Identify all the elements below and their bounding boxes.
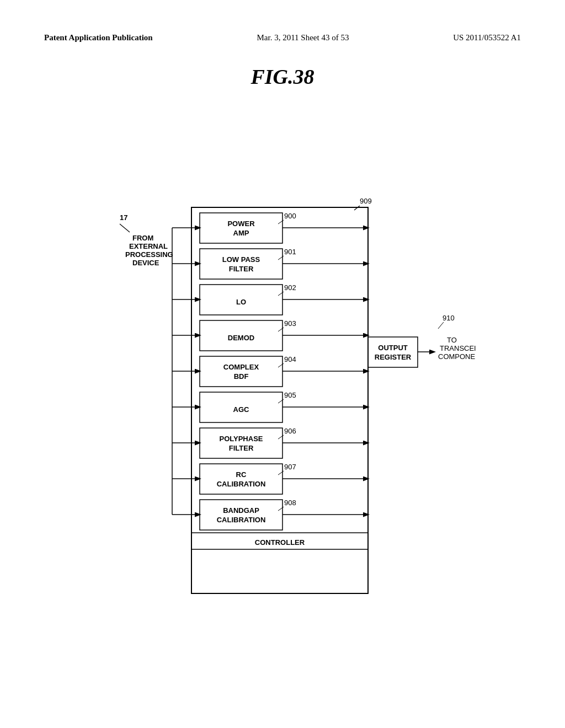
diagram-area: 17 FROM EXTERNAL PROCESSING DEVICE 909 P… (44, 122, 521, 618)
controller-label: CONTROLLER (255, 538, 305, 547)
ref-900: 900 (284, 212, 296, 220)
ref-903: 903 (284, 319, 296, 328)
figure-title: FIG.38 (44, 65, 521, 89)
source-ref: 17 (120, 213, 127, 222)
source-processing: PROCESSING (125, 250, 173, 259)
block-903-label1: DEMOD (228, 334, 254, 342)
header-left: Patent Application Publication (44, 33, 153, 42)
block-906 (200, 428, 282, 458)
block-900-label2: AMP (233, 229, 249, 237)
block-900-label1: POWER (227, 220, 255, 228)
diagram-svg: 17 FROM EXTERNAL PROCESSING DEVICE 909 P… (89, 122, 476, 607)
source-from: FROM (132, 234, 153, 242)
block-901 (200, 249, 282, 279)
header: Patent Application Publication Mar. 3, 2… (44, 33, 521, 42)
svg-line-11 (438, 322, 444, 329)
block-904 (200, 356, 282, 387)
ref-906: 906 (284, 427, 296, 435)
source-device: DEVICE (132, 259, 159, 267)
transceiver-label-to: TO (447, 336, 457, 344)
header-right: US 2011/053522 A1 (453, 33, 521, 42)
block-904-label2: BDF (234, 372, 249, 381)
transceiver-label-components: COMPONENTS (438, 352, 476, 361)
block-900 (200, 213, 282, 243)
block-908-label1: BANDGAP (223, 506, 259, 515)
block-908 (200, 500, 282, 530)
outer-box-ref: 909 (360, 197, 372, 205)
block-906-label2: FILTER (229, 444, 254, 452)
ref-907: 907 (284, 463, 296, 471)
svg-line-0 (120, 224, 130, 232)
block-907 (200, 464, 282, 494)
block-902-label1: LO (236, 298, 246, 306)
block-906-label1: POLYPHASE (220, 435, 263, 443)
page: Patent Application Publication Mar. 3, 2… (0, 0, 565, 728)
output-register-label2: REGISTER (375, 353, 412, 361)
output-register-box (368, 337, 418, 367)
output-register-label1: OUTPUT (378, 344, 408, 352)
block-908-label2: CALIBRATION (217, 516, 266, 524)
block-904-label1: COMPLEX (223, 363, 259, 371)
block-907-label2: CALIBRATION (217, 480, 266, 488)
block-907-label1: RC (236, 470, 247, 479)
ref-910: 910 (443, 314, 455, 322)
ref-901: 901 (284, 248, 296, 256)
ref-908: 908 (284, 499, 296, 507)
ref-904: 904 (284, 355, 296, 363)
block-901-label2: FILTER (229, 265, 254, 273)
source-external: EXTERNAL (129, 242, 168, 250)
outer-box (191, 207, 368, 593)
ref-902: 902 (284, 283, 296, 292)
transceiver-label-line: TRANSCEIVER (440, 344, 476, 352)
ref-905: 905 (284, 391, 296, 399)
block-905-label1: AGC (233, 405, 250, 414)
header-center: Mar. 3, 2011 Sheet 43 of 53 (257, 33, 349, 42)
block-901-label1: LOW PASS (222, 255, 260, 264)
